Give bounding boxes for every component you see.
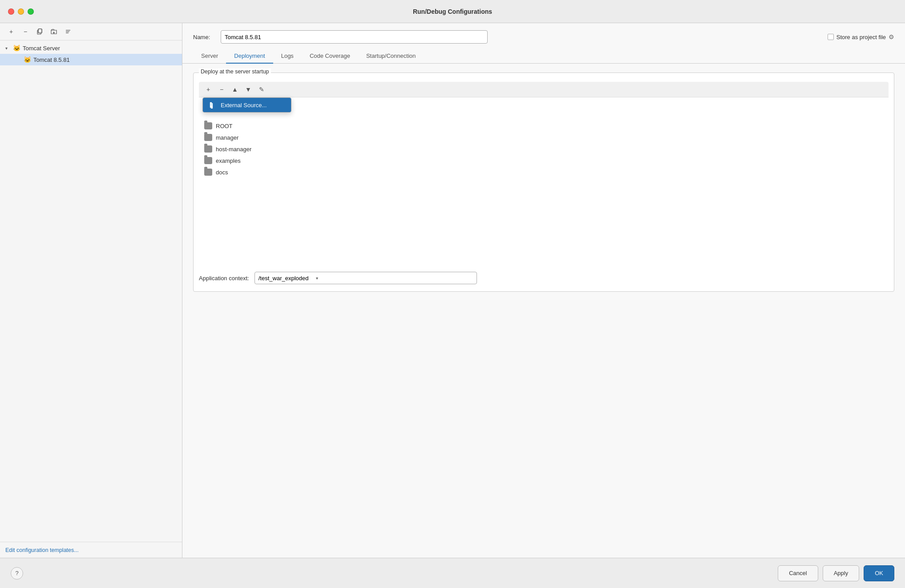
tab-logs[interactable]: Logs xyxy=(273,49,302,64)
app-context-select-wrapper: /test_war_exploded / /app ▾ xyxy=(255,272,322,284)
content-area: Name: Store as project file ⚙ Server Dep… xyxy=(182,23,905,558)
folder-icon xyxy=(204,169,212,176)
tab-code-coverage[interactable]: Code Coverage xyxy=(302,49,358,64)
edit-templates-link[interactable]: Edit configuration templates... xyxy=(5,547,79,553)
folder-icon xyxy=(204,157,212,164)
svg-rect-7 xyxy=(211,103,213,109)
content-header: Name: Store as project file ⚙ xyxy=(182,23,905,49)
tomcat-child-icon: 🐱 xyxy=(23,56,31,64)
cancel-button[interactable]: Cancel xyxy=(778,565,818,581)
sidebar-toolbar: + − xyxy=(0,23,182,40)
add-config-button[interactable]: + xyxy=(5,27,17,36)
sidebar-item-tomcat-8581[interactable]: 🐱 Tomcat 8.5.81 xyxy=(0,54,182,65)
app-context-label: Application context: xyxy=(199,275,249,282)
remove-config-button[interactable]: − xyxy=(20,27,31,36)
deploy-edit-button[interactable]: ✎ xyxy=(256,85,267,94)
sidebar: + − xyxy=(0,23,182,558)
dropdown-item-label: External Source... xyxy=(221,102,267,109)
deploy-items-list: ROOT manager host-manager xyxy=(199,97,889,266)
list-item[interactable]: manager xyxy=(199,132,889,143)
folder-icon xyxy=(204,145,212,153)
deploy-toolbar: + − ▲ ▼ ✎ xyxy=(199,82,889,97)
app-context-select[interactable]: /test_war_exploded / /app xyxy=(255,272,477,284)
deploy-item-label: manager xyxy=(216,134,238,141)
deploy-section: Deploy at the server startup + − ▲ ▼ ✎ xyxy=(193,72,894,292)
sidebar-child-label: Tomcat 8.5.81 xyxy=(33,56,70,63)
tabs-bar: Server Deployment Logs Code Coverage Sta… xyxy=(182,49,905,64)
window-controls xyxy=(8,8,34,15)
gear-icon[interactable]: ⚙ xyxy=(889,33,894,40)
apply-button[interactable]: Apply xyxy=(823,565,860,581)
folder-icon xyxy=(204,122,212,129)
deploy-section-title: Deploy at the server startup xyxy=(199,68,271,75)
list-item[interactable]: host-manager xyxy=(199,143,889,155)
sidebar-tree: ▾ 🐱 Tomcat Server 🐱 Tomcat 8.5.81 xyxy=(0,40,182,542)
help-button[interactable]: ? xyxy=(11,567,23,580)
external-source-icon xyxy=(209,101,217,109)
tab-server[interactable]: Server xyxy=(193,49,226,64)
tab-startup-connection[interactable]: Startup/Connection xyxy=(358,49,424,64)
dropdown-item-external-source[interactable]: External Source... xyxy=(203,98,291,112)
list-item[interactable]: docs xyxy=(199,166,889,178)
deployment-tab-content: Deploy at the server startup + − ▲ ▼ ✎ xyxy=(182,64,905,558)
tab-deployment[interactable]: Deployment xyxy=(226,49,273,64)
deploy-up-button[interactable]: ▲ xyxy=(229,85,241,94)
sidebar-footer: Edit configuration templates... xyxy=(0,542,182,558)
ok-button[interactable]: OK xyxy=(864,565,894,581)
sidebar-group-label: Tomcat Server xyxy=(23,45,60,52)
deploy-section-content: + − ▲ ▼ ✎ xyxy=(194,73,894,291)
deploy-remove-button[interactable]: − xyxy=(216,85,227,94)
list-item[interactable]: examples xyxy=(199,155,889,166)
dropdown-popup: External Source... xyxy=(202,97,291,113)
app-context-row: Application context: /test_war_exploded … xyxy=(199,266,889,286)
sort-button[interactable] xyxy=(62,27,74,36)
deploy-item-label: host-manager xyxy=(216,146,251,153)
name-label: Name: xyxy=(193,34,215,40)
title-bar: Run/Debug Configurations xyxy=(0,0,905,23)
tomcat-group-icon: 🐱 xyxy=(12,44,20,52)
maximize-button[interactable] xyxy=(28,8,34,15)
bottom-bar: ? Cancel Apply OK xyxy=(0,558,905,588)
folder-icon xyxy=(204,134,212,141)
deploy-item-label: ROOT xyxy=(216,123,233,129)
move-to-folder-button[interactable] xyxy=(48,27,60,36)
deploy-add-button[interactable]: + xyxy=(202,85,214,94)
deploy-item-label: examples xyxy=(216,157,241,164)
window-title: Run/Debug Configurations xyxy=(413,8,492,15)
deploy-item-label: docs xyxy=(216,169,228,176)
store-project-checkbox[interactable] xyxy=(828,34,834,40)
copy-config-button[interactable] xyxy=(34,27,45,36)
close-button[interactable] xyxy=(8,8,14,15)
deploy-list-container: External Source... ROOT manager xyxy=(199,97,889,266)
deploy-down-button[interactable]: ▼ xyxy=(242,85,254,94)
list-item[interactable]: ROOT xyxy=(199,100,889,132)
main-layout: + − xyxy=(0,23,905,558)
store-project-option: Store as project file ⚙ xyxy=(828,33,894,40)
store-project-label: Store as project file xyxy=(836,34,886,40)
chevron-down-icon: ▾ xyxy=(5,46,12,51)
tomcat-server-group: ▾ 🐱 Tomcat Server 🐱 Tomcat 8.5.81 xyxy=(0,42,182,65)
minimize-button[interactable] xyxy=(18,8,24,15)
svg-rect-1 xyxy=(38,29,42,33)
name-input[interactable] xyxy=(221,30,488,44)
sidebar-item-tomcat-server[interactable]: ▾ 🐱 Tomcat Server xyxy=(0,42,182,54)
